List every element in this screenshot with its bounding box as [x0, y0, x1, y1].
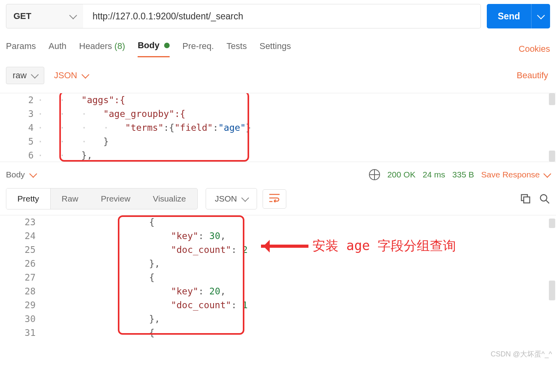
search-icon[interactable]	[539, 193, 550, 204]
body-type-raw-select[interactable]: raw	[6, 67, 44, 84]
wrap-icon	[269, 194, 280, 202]
response-language-select[interactable]: JSON	[206, 188, 257, 209]
body-language-label: JSON	[54, 70, 77, 81]
chevron-down-icon	[537, 11, 545, 19]
scrollbar[interactable]	[549, 93, 555, 105]
line-number: 6	[0, 149, 34, 162]
tab-settings[interactable]: Settings	[259, 41, 291, 57]
code-content[interactable]: · · "aggs":{ · · · "age_groupby":{ · · ·…	[38, 93, 556, 162]
watermark: CSDN @大坏蛋^_^	[491, 349, 552, 359]
copy-icon[interactable]	[520, 193, 531, 204]
line-number: 23	[0, 215, 36, 229]
tab-visualize[interactable]: Visualize	[142, 188, 198, 209]
svg-rect-1	[524, 197, 530, 203]
status-code: 200 OK	[387, 170, 415, 179]
line-number: 2	[0, 93, 34, 107]
request-body-editor[interactable]: 2 3 4 5 6 · · "aggs":{ · · · "age_groupb…	[0, 93, 556, 162]
line-number: 31	[0, 326, 36, 340]
line-number: 26	[0, 257, 36, 271]
chevron-down-icon	[29, 170, 37, 178]
tab-auth[interactable]: Auth	[49, 41, 66, 57]
scrollbar[interactable]	[549, 219, 555, 228]
tab-body[interactable]: Body	[138, 40, 170, 57]
line-number: 24	[0, 229, 36, 243]
svg-point-2	[541, 195, 547, 201]
response-size: 335 B	[452, 170, 474, 179]
send-more-button[interactable]	[531, 4, 550, 28]
headers-count: (8)	[114, 41, 125, 51]
tab-headers[interactable]: Headers (8)	[79, 41, 125, 57]
beautify-link[interactable]: Beautify	[517, 70, 550, 81]
chevron-down-icon	[69, 11, 77, 19]
body-language-json-select[interactable]: JSON	[52, 67, 90, 84]
line-number: 27	[0, 271, 36, 285]
svg-line-3	[546, 200, 549, 204]
body-type-label: raw	[13, 70, 26, 81]
line-gutter: 2 3 4 5 6	[0, 93, 38, 162]
arrow-left-icon	[261, 245, 308, 248]
response-body-toggle[interactable]: Body	[6, 170, 36, 179]
scrollbar[interactable]	[549, 151, 555, 162]
http-method-label: GET	[13, 11, 31, 21]
annotation-text: 安装 age 字段分组查询	[312, 237, 456, 255]
http-method-select[interactable]: GET	[6, 4, 83, 28]
highlight-box	[59, 93, 249, 162]
tab-prereq[interactable]: Pre-req.	[182, 41, 214, 57]
response-time: 24 ms	[423, 170, 445, 179]
save-response-button[interactable]: Save Response	[481, 170, 550, 179]
line-number: 25	[0, 243, 36, 257]
globe-icon[interactable]	[369, 169, 380, 180]
highlight-box	[118, 215, 244, 335]
response-body-viewer[interactable]: 23 24 25 26 27 28 29 30 31 { "key": 30, …	[0, 215, 556, 341]
line-number: 30	[0, 312, 36, 326]
line-number: 29	[0, 298, 36, 312]
save-response-label: Save Response	[481, 170, 540, 179]
request-url-input[interactable]	[83, 4, 481, 28]
response-view-tabs: Pretty Raw Preview Visualize	[6, 188, 198, 209]
line-number: 28	[0, 285, 36, 298]
line-wrap-button[interactable]	[263, 189, 286, 209]
tab-headers-label: Headers	[79, 41, 112, 51]
chevron-down-icon	[543, 170, 551, 178]
response-language-label: JSON	[215, 194, 237, 204]
cookies-link[interactable]: Cookies	[519, 44, 550, 54]
response-body-label: Body	[6, 170, 25, 179]
tab-params[interactable]: Params	[6, 41, 36, 57]
line-number: 3	[0, 107, 34, 121]
tab-body-label: Body	[138, 40, 159, 50]
tab-pretty[interactable]: Pretty	[6, 188, 51, 209]
send-button[interactable]: Send	[487, 4, 531, 28]
tab-raw[interactable]: Raw	[51, 188, 90, 209]
tab-preview[interactable]: Preview	[90, 188, 142, 209]
line-gutter: 23 24 25 26 27 28 29 30 31	[0, 215, 40, 341]
chevron-down-icon	[241, 194, 249, 202]
body-dirty-indicator-icon	[164, 43, 170, 48]
tab-tests[interactable]: Tests	[227, 41, 247, 57]
scrollbar[interactable]	[549, 281, 555, 300]
code-content[interactable]: { "key": 30, "doc_count": 2 }, { "key": …	[40, 215, 556, 341]
annotation: 安装 age 字段分组查询	[261, 237, 456, 255]
chevron-down-icon	[81, 71, 89, 79]
line-number: 5	[0, 135, 34, 149]
chevron-down-icon	[31, 71, 39, 79]
line-number: 4	[0, 121, 34, 135]
